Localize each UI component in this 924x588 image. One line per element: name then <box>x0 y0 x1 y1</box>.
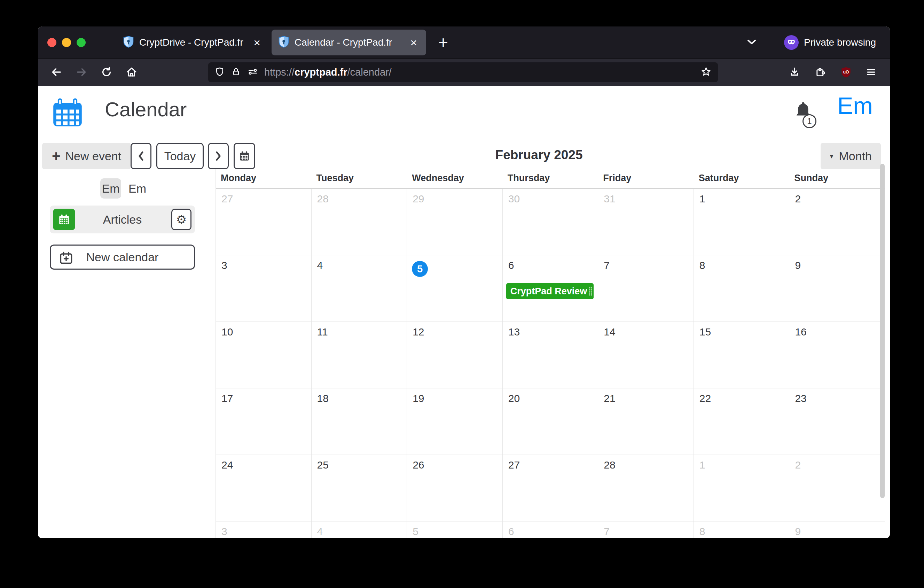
url-bar[interactable]: https://cryptpad.fr/calendar/ <box>208 62 718 82</box>
calendar-cell[interactable]: 20 <box>503 388 599 455</box>
tab-close-icon[interactable]: × <box>251 36 262 48</box>
calendar-cell[interactable]: 4 <box>312 255 408 322</box>
calendar-cell[interactable]: 2 <box>789 455 885 522</box>
calendar-cell[interactable]: 3 <box>216 522 312 538</box>
calendar-cell[interactable]: 5 <box>407 255 503 322</box>
ublock-origin-icon[interactable]: uO <box>837 63 855 81</box>
date-label: 9 <box>795 526 801 537</box>
new-calendar-button[interactable]: New calendar <box>50 244 195 269</box>
calendar-cell[interactable]: 8 <box>694 255 790 322</box>
weekday-label: Saturday <box>694 169 790 188</box>
plus-icon: + <box>52 149 61 164</box>
gear-icon: ⚙ <box>176 213 186 226</box>
calendar-cell[interactable]: 9 <box>789 255 885 322</box>
window-minimize-button[interactable] <box>62 38 71 47</box>
calendar-cell[interactable]: 17 <box>216 388 312 455</box>
calendar-cell[interactable]: 22 <box>694 388 790 455</box>
view-selector-dropdown[interactable]: ▾ Month <box>821 143 881 169</box>
calendar-cell[interactable]: 14 <box>598 322 694 388</box>
tab-calendar-active[interactable]: Calendar - CryptPad.fr × <box>272 30 426 55</box>
calendar-settings-button[interactable]: ⚙ <box>171 209 191 230</box>
new-tab-button[interactable]: + <box>438 33 448 52</box>
calendar-cell[interactable]: 28 <box>312 189 408 255</box>
calendar-app-icon[interactable] <box>52 97 83 130</box>
calendar-cell[interactable]: 27 <box>503 455 599 522</box>
forward-button[interactable] <box>73 63 90 81</box>
event-chip[interactable]: CryptPad Review <box>506 283 594 299</box>
calendar-cell[interactable]: 24 <box>216 455 312 522</box>
calendar-cell[interactable]: 31 <box>598 189 694 255</box>
calendar-cell[interactable]: 5 <box>407 522 503 538</box>
calendar-cell[interactable]: 1 <box>694 455 790 522</box>
permissions-icon[interactable] <box>247 66 258 79</box>
back-button[interactable] <box>48 63 65 81</box>
extensions-puzzle-icon[interactable] <box>812 63 829 81</box>
calendar-cell[interactable]: 11 <box>312 322 408 388</box>
calendar-cell[interactable]: 9 <box>789 522 885 538</box>
date-label: 30 <box>508 193 520 205</box>
menu-hamburger-icon[interactable] <box>862 63 880 81</box>
calendar-cell[interactable]: 8 <box>694 522 790 538</box>
date-label: 31 <box>604 193 615 205</box>
downloads-icon[interactable] <box>786 63 803 81</box>
calendar-cell[interactable]: 13 <box>503 322 599 388</box>
date-label: 14 <box>604 326 615 337</box>
calendar-cell[interactable]: 28 <box>598 455 694 522</box>
calendar-cell[interactable]: 10 <box>216 322 312 388</box>
calendar-cell[interactable]: 19 <box>407 388 503 455</box>
window-close-button[interactable] <box>47 38 56 47</box>
tab-list-chevron-icon[interactable] <box>745 35 759 50</box>
sidebar-calendar-articles[interactable]: Articles ⚙ <box>50 205 195 233</box>
user-menu[interactable]: Em <box>837 92 873 119</box>
previous-month-button[interactable] <box>130 143 152 169</box>
calendar-cell[interactable]: 12 <box>407 322 503 388</box>
tracking-protection-shield-icon[interactable] <box>214 66 225 78</box>
event-drag-handle[interactable] <box>589 286 592 296</box>
calendar-cell[interactable]: 7 <box>598 522 694 538</box>
weekday-label: Monday <box>216 169 312 188</box>
calendar-cell[interactable]: 26 <box>407 455 503 522</box>
window-zoom-button[interactable] <box>77 38 86 47</box>
private-mask-icon <box>784 35 799 50</box>
calendar-cell[interactable]: 25 <box>312 455 408 522</box>
date-label: 6 <box>508 526 514 537</box>
date-label: 5 <box>412 526 419 537</box>
calendar-cell[interactable]: 18 <box>312 388 408 455</box>
calendar-cell[interactable]: 3 <box>216 255 312 322</box>
date-label: 7 <box>604 526 610 537</box>
calendar-cell[interactable]: 6CryptPad Review <box>503 255 599 322</box>
lock-icon[interactable] <box>231 66 241 78</box>
reload-button[interactable] <box>98 63 115 81</box>
tab-close-icon[interactable]: × <box>408 36 419 48</box>
calendar-cell[interactable]: 21 <box>598 388 694 455</box>
calendar-cell[interactable]: 23 <box>789 388 885 455</box>
tab-cryptdrive[interactable]: CryptDrive - CryptPad.fr × <box>116 30 269 55</box>
next-month-button[interactable] <box>208 143 229 169</box>
calendar-cell[interactable]: 4 <box>312 522 408 538</box>
date-label: 18 <box>317 393 329 404</box>
notifications-button[interactable]: 1 <box>794 100 821 130</box>
weekday-label: Tuesday <box>312 169 408 188</box>
mini-calendar-icon <box>239 150 250 162</box>
today-button[interactable]: Today <box>156 143 204 169</box>
calendar-cell[interactable]: 29 <box>407 189 503 255</box>
calendar-cell[interactable]: 1 <box>694 189 790 255</box>
new-event-button[interactable]: + New event <box>42 143 131 169</box>
bookmark-star-icon[interactable] <box>701 66 712 79</box>
calendar-cell[interactable]: 16 <box>789 322 885 388</box>
calendar-cell[interactable]: 2 <box>789 189 885 255</box>
calendar-cell[interactable]: 30 <box>503 189 599 255</box>
date-label: 15 <box>700 326 711 337</box>
date-label: 12 <box>412 326 424 337</box>
page-scrollbar-thumb[interactable] <box>880 164 884 498</box>
today-date-badge: 5 <box>412 261 428 277</box>
chevron-right-icon <box>215 151 222 161</box>
home-button[interactable] <box>123 63 140 81</box>
calendar-cell[interactable]: 6 <box>503 522 599 538</box>
calendar-cell[interactable]: 7 <box>598 255 694 322</box>
date-label: 20 <box>508 393 520 404</box>
sidebar-user-avatar[interactable]: Em <box>100 178 121 198</box>
calendar-cell[interactable]: 27 <box>216 189 312 255</box>
date-picker-button[interactable] <box>234 143 255 169</box>
calendar-cell[interactable]: 15 <box>694 322 790 388</box>
